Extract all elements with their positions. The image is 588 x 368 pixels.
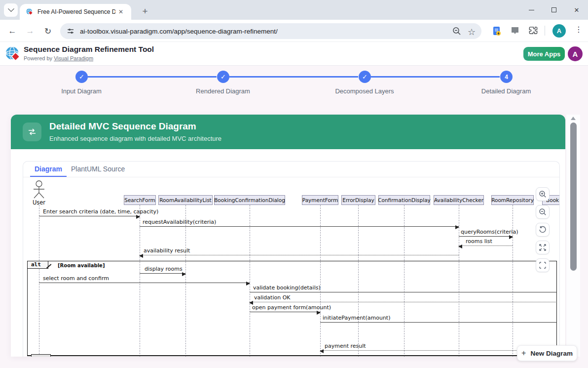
expand-icon	[539, 244, 547, 251]
visual-paradigm-link[interactable]: Visual Paradigm	[54, 55, 93, 61]
app-title: Sequence Diagram Refinement Tool	[24, 45, 154, 54]
fragment-operator: alt	[28, 261, 48, 269]
next-fragment-label-partial	[31, 354, 51, 357]
tab-plantuml-source[interactable]: PlantUML Source	[67, 162, 129, 177]
tab-diagram[interactable]: Diagram	[30, 162, 67, 177]
reload-button[interactable]: ↻	[41, 25, 54, 38]
tab-search-button[interactable]	[4, 3, 18, 17]
step-2-label: Rendered Diagram	[179, 87, 267, 95]
panel-title: Detailed MVC Sequence Diagram	[49, 121, 196, 132]
check-icon: ✓	[220, 73, 226, 81]
message: initiatePayment(amount)	[320, 314, 557, 323]
forward-button[interactable]: →	[24, 25, 37, 38]
reset-icon	[539, 226, 547, 234]
browser-profile-avatar[interactable]: A	[552, 24, 566, 38]
step-4-circle[interactable]: 4	[500, 71, 513, 83]
app-header: Sequence Diagram Refinement Tool Powered…	[0, 42, 588, 66]
participant-box: SearchForm	[124, 195, 156, 205]
panel-subtitle: Enhanced sequence diagram with detailed …	[49, 135, 221, 142]
participant-box: ConfirmationDisplay	[378, 195, 430, 205]
participant-box: RoomAvailabilityList	[158, 195, 213, 205]
fit-view-button[interactable]	[536, 258, 550, 272]
return-message: validation OK	[250, 293, 557, 302]
maximize-icon	[551, 7, 556, 12]
message: requestAvailability(criteria)	[140, 218, 459, 227]
extension-doc-icon[interactable]	[491, 26, 502, 37]
chevron-down-icon	[8, 5, 14, 12]
arrowhead-left	[320, 349, 324, 353]
arrowhead-left	[139, 254, 143, 258]
step-2-circle[interactable]: ✓	[217, 71, 229, 83]
message: Enter search criteria (date, time, capac…	[39, 207, 140, 216]
window-close-button[interactable]: ✕	[565, 0, 588, 20]
url-text: ai-toolbox.visual-paradigm.com/app/seque…	[80, 28, 278, 35]
participant-box: BookingConfirmationDialog	[214, 195, 285, 205]
expand-button[interactable]	[536, 241, 550, 254]
tab-title: Free AI-Powered Sequence Dia	[37, 8, 115, 15]
site-info-icon[interactable]	[66, 27, 75, 36]
browser-menu-icon[interactable]: ⋮	[574, 25, 584, 34]
panel-tabs: Diagram PlantUML Source	[23, 162, 559, 177]
message: open payment form(amount)	[250, 303, 320, 312]
toolbar-divider	[545, 26, 545, 36]
exchange-icon	[23, 123, 41, 141]
return-message: availability result	[140, 246, 459, 255]
scrollbar-up-arrow[interactable]	[571, 117, 576, 120]
message: queryRooms(criteria)	[459, 228, 513, 237]
zoom-out-page-icon[interactable]	[452, 26, 462, 36]
stepper-connector	[229, 76, 358, 78]
actor-icon	[32, 179, 46, 199]
step-4-label: Detailed Diagram	[462, 87, 551, 95]
visual-paradigm-favicon	[26, 8, 34, 16]
step-3-circle[interactable]: ✓	[359, 71, 371, 83]
new-diagram-button[interactable]: + New Diagram	[517, 345, 577, 361]
check-icon: ✓	[79, 73, 84, 81]
stepper-connector	[88, 76, 217, 78]
window-maximize-button[interactable]	[543, 0, 565, 20]
scrollbar-thumb[interactable]	[570, 123, 577, 271]
window-minimize-button[interactable]	[520, 0, 543, 20]
message: display rooms	[140, 265, 185, 274]
user-avatar[interactable]: A	[568, 46, 583, 61]
reset-view-button[interactable]	[536, 223, 550, 237]
panel-header: Detailed MVC Sequence Diagram Enhanced s…	[11, 115, 565, 149]
extensions-puzzle-icon[interactable]	[528, 26, 538, 36]
participant-box: ErrorDisplay	[341, 195, 375, 205]
new-tab-button[interactable]: +	[138, 4, 152, 18]
step-3-label: Decomposed Layers	[320, 87, 409, 95]
plus-icon: +	[521, 349, 526, 358]
check-icon: ✓	[362, 73, 368, 81]
participant-box: PaymentForm	[302, 195, 338, 205]
diagram-tabbox: Diagram PlantUML Source	[23, 161, 560, 357]
more-apps-button[interactable]: More Apps	[523, 47, 565, 61]
minimize-icon	[529, 10, 534, 10]
tab-close-icon[interactable]: ✕	[118, 9, 123, 15]
step-1-label: Input Diagram	[37, 87, 126, 95]
browser-tab-strip: Free AI-Powered Sequence Dia ✕ + ✕	[0, 0, 588, 20]
participant-box: RoomRepository	[491, 195, 534, 205]
stepper-connector	[371, 76, 500, 78]
bookmark-star-icon[interactable]: ☆	[468, 27, 476, 38]
step-1-circle[interactable]: ✓	[75, 71, 88, 83]
participant-box: AvailabilityChecker	[434, 195, 484, 205]
zoom-in-button[interactable]	[536, 187, 550, 201]
back-button[interactable]: ←	[6, 25, 19, 38]
arrowhead-left	[458, 245, 462, 248]
fit-view-icon	[539, 261, 547, 269]
browser-tab[interactable]: Free AI-Powered Sequence Dia ✕	[20, 4, 131, 20]
zoom-in-icon	[539, 190, 547, 198]
return-message: rooms list	[459, 237, 513, 246]
extension-panel-icon[interactable]	[510, 26, 520, 36]
message: select room and confirm	[39, 274, 250, 283]
address-bar[interactable]: ai-toolbox.visual-paradigm.com/app/seque…	[60, 23, 481, 39]
fragment-guard: [Room available]	[58, 263, 105, 268]
zoom-out-button[interactable]	[536, 205, 550, 219]
zoom-out-icon	[539, 208, 547, 216]
application-window: Free AI-Powered Sequence Dia ✕ + ✕ ← → ↻…	[0, 0, 588, 368]
result-panel: Detailed MVC Sequence Diagram Enhanced s…	[11, 115, 565, 357]
sequence-diagram: User SearchForm RoomAvailabilityList Boo…	[23, 177, 559, 357]
message: validate booking(details)	[250, 284, 557, 292]
actor-label: User	[28, 199, 50, 206]
visual-paradigm-logo	[5, 46, 21, 62]
powered-by: Powered by Visual Paradigm	[24, 55, 93, 61]
